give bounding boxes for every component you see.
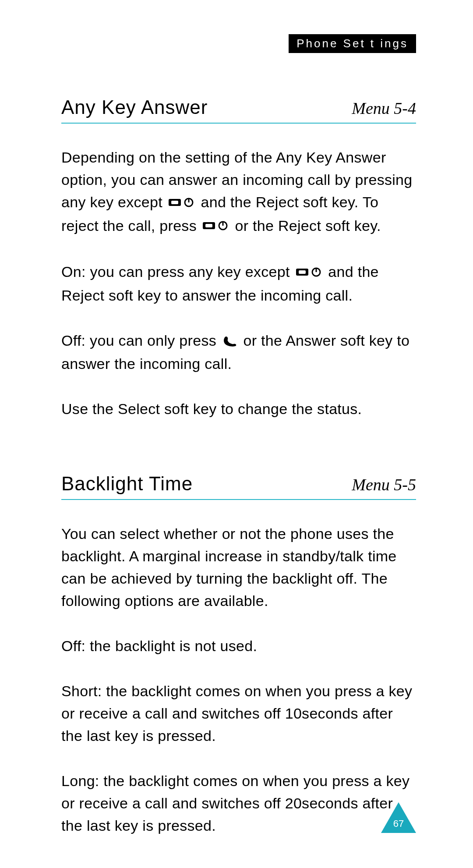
text: Depending on the setting of the xyxy=(61,149,276,166)
section-header: Any Key Answer Menu 5-4 xyxy=(61,96,416,124)
section-backlight-time: Backlight Time Menu 5-5 You can select w… xyxy=(61,473,416,837)
term-long: Long: xyxy=(61,772,99,789)
text: you can only press xyxy=(85,332,220,349)
svg-rect-1 xyxy=(171,201,178,204)
end-power-key-icon xyxy=(296,262,322,284)
section-title: Any Key Answer xyxy=(61,96,208,118)
term-short: Short: xyxy=(61,683,102,699)
term-answer: Answer xyxy=(286,332,336,349)
term-reject: Reject xyxy=(256,194,299,210)
menu-label: Menu 5-5 xyxy=(352,475,416,494)
term-off: Off: xyxy=(61,332,85,349)
svg-rect-9 xyxy=(299,270,306,274)
paragraph: Use the Select soft key to change the st… xyxy=(61,398,416,420)
section-header: Backlight Time Menu 5-5 xyxy=(61,473,416,500)
paragraph: Long: the backlight comes on when you pr… xyxy=(61,770,416,837)
term-select: Select xyxy=(118,400,160,417)
chapter-tag: Phone Set t ings xyxy=(289,34,416,53)
paragraph: On: you can press any key except and the… xyxy=(61,261,416,307)
svg-rect-5 xyxy=(205,224,212,227)
paragraph: Off: the backlight is not used. xyxy=(61,635,416,657)
paragraph: You can select whether or not the phone … xyxy=(61,523,416,612)
term-off: Off: xyxy=(61,638,85,654)
term-reject: Reject xyxy=(61,287,104,304)
text: the backlight comes on when you press a … xyxy=(61,683,412,744)
term-any-key-answer: Any Key Answer xyxy=(276,149,386,166)
text: and the xyxy=(197,194,256,210)
end-power-key-icon xyxy=(169,192,195,215)
paragraph: Short: the backlight comes on when you p… xyxy=(61,680,416,747)
answer-call-key-icon xyxy=(222,330,237,353)
paragraph: Depending on the setting of the Any Key … xyxy=(61,146,416,238)
text: Use the xyxy=(61,400,118,417)
term-on: On: xyxy=(61,263,86,280)
text: soft key. xyxy=(321,217,381,234)
page-number: 67 xyxy=(392,818,405,829)
text: or the xyxy=(231,217,278,234)
text: and the xyxy=(324,263,379,280)
text: you can press any key except xyxy=(86,263,294,280)
text: or the xyxy=(239,332,286,349)
end-power-key-icon xyxy=(203,216,229,238)
text: soft key to change the status. xyxy=(160,400,362,417)
page-number-marker: 67 xyxy=(381,802,416,833)
text: soft key to answer the incoming call. xyxy=(104,287,353,304)
text: the backlight is not used. xyxy=(85,638,257,654)
menu-label: Menu 5-4 xyxy=(352,99,416,118)
term-reject: Reject xyxy=(278,217,321,234)
paragraph: Off: you can only press or the Answer so… xyxy=(61,329,416,376)
section-title: Backlight Time xyxy=(61,473,193,495)
section-any-key-answer: Any Key Answer Menu 5-4 Depending on the… xyxy=(61,96,416,420)
text: the backlight comes on when you press a … xyxy=(61,772,409,834)
